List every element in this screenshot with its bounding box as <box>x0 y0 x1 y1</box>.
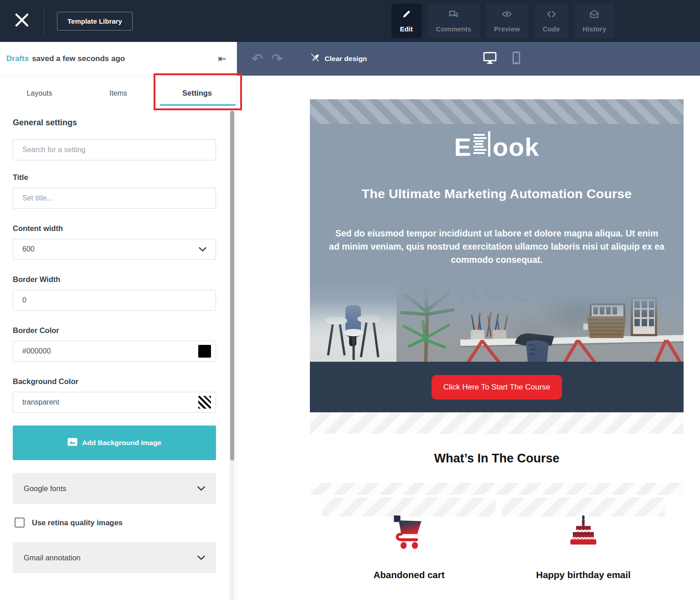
background-color-value: transparent <box>22 398 59 406</box>
tab-settings[interactable]: Settings <box>158 76 237 111</box>
email-body-text: Sed do eiusmod tempor incididunt ut labo… <box>329 227 664 267</box>
border-color-swatch[interactable] <box>198 345 211 358</box>
general-settings-form: General settings Title Content width 600… <box>0 111 237 573</box>
book-glyph-icon <box>472 131 493 163</box>
preview-label: Preview <box>494 25 520 33</box>
saved-status-text: saved a few seconds ago <box>32 54 125 63</box>
collapse-sidebar-button[interactable]: ⇤ <box>218 54 226 64</box>
code-mode-button[interactable]: Code <box>535 4 568 38</box>
tab-layouts[interactable]: Layouts <box>0 76 79 111</box>
close-editor-button[interactable] <box>0 0 44 42</box>
email-header-stripes <box>310 99 684 124</box>
history-label: History <box>582 25 606 33</box>
border-color-value: #000000 <box>22 347 51 355</box>
comments-icon <box>448 9 458 21</box>
clear-design-button[interactable]: Clear design <box>311 53 367 64</box>
email-cards-row: Abandoned cart Happy birthday email <box>310 497 684 600</box>
redo-button[interactable]: ↷ <box>271 52 283 66</box>
add-background-image-button[interactable]: Add Background Image <box>13 426 216 460</box>
settings-sidebar: Drafts saved a few seconds ago ⇤ Layouts… <box>0 42 237 600</box>
border-color-label: Border Color <box>13 326 224 335</box>
clear-design-label: Clear design <box>324 55 367 63</box>
undo-button[interactable]: ↶ <box>252 52 263 66</box>
ebook-logo: Eook <box>310 124 684 163</box>
background-color-label: Background Color <box>13 377 224 386</box>
navbar-divider <box>44 6 44 36</box>
comments-mode-button[interactable]: Comments <box>428 4 480 38</box>
background-color-swatch[interactable] <box>198 396 211 409</box>
search-setting-input[interactable] <box>13 139 216 160</box>
google-fonts-label: Google fonts <box>24 484 67 493</box>
close-icon <box>14 12 30 30</box>
start-course-button[interactable]: Click Here To Start The Course <box>432 375 562 400</box>
title-input[interactable] <box>13 188 216 209</box>
pencil-icon <box>401 9 412 21</box>
birthday-cake-icon <box>502 514 665 549</box>
card-abandoned-cart[interactable]: Abandoned cart <box>323 497 495 600</box>
sidebar-scrollbar[interactable] <box>230 111 235 600</box>
email-hero-section[interactable]: Eook The Ultimate Marketing Automation C… <box>310 124 684 282</box>
code-icon <box>546 9 556 21</box>
tab-items[interactable]: Items <box>79 76 158 111</box>
template-library-button[interactable]: Template Library <box>57 12 133 31</box>
workspace-photo: ACE <box>310 282 684 362</box>
border-color-field[interactable]: #000000 <box>13 341 216 362</box>
card-label: Happy birthday email <box>502 569 665 580</box>
sidebar-scrollbar-thumb[interactable] <box>230 111 234 461</box>
pen-slash-icon <box>311 53 320 64</box>
drafts-status-bar: Drafts saved a few seconds ago ⇤ <box>0 42 237 76</box>
retina-checkbox[interactable] <box>15 518 25 528</box>
course-section-heading: What’s In The Course <box>434 451 559 466</box>
chevron-down-icon <box>199 247 206 252</box>
image-icon <box>67 438 77 448</box>
eye-icon <box>502 9 512 21</box>
open-envelope-icon <box>589 9 599 21</box>
sidebar-tabs: Layouts Items Settings <box>0 76 237 111</box>
history-mode-button[interactable]: History <box>574 4 614 38</box>
title-label: Title <box>13 173 224 182</box>
background-color-field[interactable]: transparent <box>13 392 216 413</box>
google-fonts-panel[interactable]: Google fonts <box>13 473 216 504</box>
add-background-image-label: Add Background Image <box>82 439 161 447</box>
content-width-label: Content width <box>13 224 224 233</box>
border-width-input[interactable] <box>13 290 216 311</box>
email-footer-stripes <box>310 483 684 495</box>
card-label: Abandoned cart <box>323 569 495 580</box>
edit-label: Edit <box>400 25 412 33</box>
top-navbar: Template Library Edit Comments Preview C… <box>0 0 700 42</box>
border-width-label: Border Width <box>13 275 224 284</box>
content-width-value: 600 <box>22 245 35 253</box>
mobile-view-button[interactable] <box>512 51 520 66</box>
email-template-preview[interactable]: Eook The Ultimate Marketing Automation C… <box>310 99 684 495</box>
chevron-down-icon <box>197 486 205 491</box>
preview-mode-button[interactable]: Preview <box>486 4 528 38</box>
card-happy-birthday[interactable]: Happy birthday email <box>502 497 665 600</box>
desktop-view-button[interactable] <box>483 52 497 66</box>
email-divider-stripes <box>310 412 684 434</box>
shopping-cart-icon <box>323 514 495 549</box>
chevron-down-icon <box>197 555 205 560</box>
content-width-select[interactable]: 600 <box>13 239 216 260</box>
gmail-annotation-label: Gmail annotation <box>24 554 81 562</box>
section-title: General settings <box>13 118 224 128</box>
mode-switcher: Edit Comments Preview Code History <box>391 4 614 38</box>
canvas-toolbar: ↶ ↷ Clear design <box>237 42 700 76</box>
comments-label: Comments <box>436 25 472 33</box>
edit-mode-button[interactable]: Edit <box>391 4 422 38</box>
email-canvas: Eook The Ultimate Marketing Automation C… <box>237 76 700 600</box>
retina-setting-row: Use retina quality images <box>15 518 224 528</box>
email-cta-section: Click Here To Start The Course <box>310 362 684 412</box>
drafts-link[interactable]: Drafts <box>6 54 29 63</box>
gmail-annotation-panel[interactable]: Gmail annotation <box>13 542 216 573</box>
email-course-section: What’s In The Course <box>310 434 684 483</box>
code-label: Code <box>543 25 560 33</box>
email-heading: The Ultimate Marketing Automation Course <box>310 186 684 201</box>
retina-label: Use retina quality images <box>32 518 123 527</box>
